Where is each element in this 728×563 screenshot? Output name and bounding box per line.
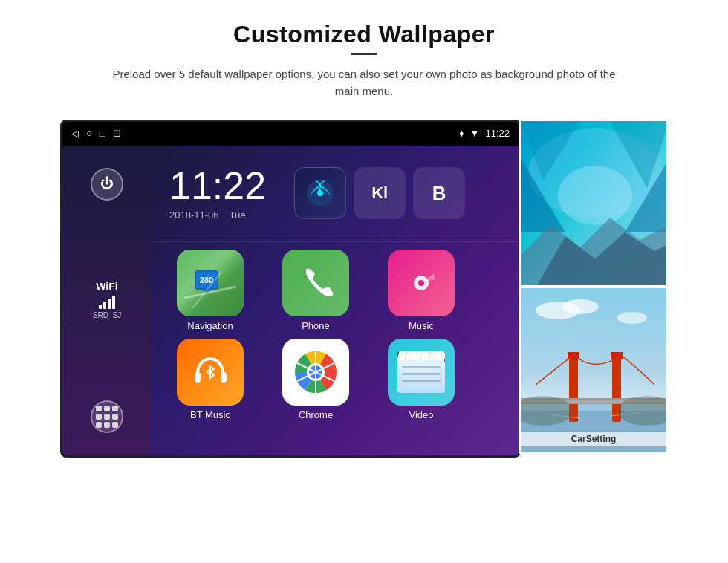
app-item-chrome[interactable]: Chrome xyxy=(267,339,364,420)
wifi-bar-4 xyxy=(112,296,115,309)
top-info-row: 11:22 2018-11-06 Tue xyxy=(152,146,519,242)
location-icon: ♦ xyxy=(459,128,464,139)
top-app-icons: Kl B xyxy=(284,146,475,241)
apps-grid-icon xyxy=(96,406,118,428)
app-item-phone[interactable]: Phone xyxy=(267,250,364,331)
page-subtitle: Preload over 5 default wallpaper options… xyxy=(111,65,617,100)
clock-date-value: 2018-11-06 xyxy=(169,209,219,221)
main-area: 11:22 2018-11-06 Tue xyxy=(152,146,519,455)
apps-rows: 280 Navigation xyxy=(152,242,519,455)
status-bar-right: ♦ ▼ 11:22 xyxy=(459,128,510,139)
b-label: B xyxy=(432,182,446,205)
navigation-icon-box: 280 xyxy=(177,250,244,316)
back-icon[interactable]: ◁ xyxy=(71,128,79,139)
navigation-label: Navigation xyxy=(187,320,233,331)
video-label: Video xyxy=(409,409,433,420)
status-bar-left: ◁ ○ □ ⊡ xyxy=(71,128,121,139)
wifi-app-icon[interactable] xyxy=(294,167,346,219)
wifi-bar-3 xyxy=(108,299,111,309)
title-divider xyxy=(351,53,377,55)
phone-label: Phone xyxy=(302,320,330,331)
ki-app-icon[interactable]: Kl xyxy=(354,167,406,219)
wifi-bar-2 xyxy=(103,302,106,309)
wifi-ssid: SRD_SJ xyxy=(93,311,121,319)
device-frame: ◁ ○ □ ⊡ ♦ ▼ 11:22 ⏻ xyxy=(60,120,521,458)
navigation-map-svg: 280 xyxy=(184,257,236,309)
apps-row-1: 280 Navigation xyxy=(162,250,508,331)
svg-point-28 xyxy=(558,166,632,225)
music-label: Music xyxy=(409,320,434,331)
phone-icon-box xyxy=(282,250,349,316)
music-svg xyxy=(403,264,440,302)
power-icon: ⏻ xyxy=(100,176,114,192)
content-row: ◁ ○ □ ⊡ ♦ ▼ 11:22 ⏻ xyxy=(0,120,728,458)
screen-body: ⏻ WiFi SRD_SJ xyxy=(62,146,519,455)
clock-time: 11:22 xyxy=(169,166,266,205)
status-bar: ◁ ○ □ ⊡ ♦ ▼ 11:22 xyxy=(62,122,519,146)
phone-svg xyxy=(297,264,334,302)
ki-label: Kl xyxy=(371,183,388,203)
power-button[interactable]: ⏻ xyxy=(91,168,123,201)
wifi-bars xyxy=(99,296,115,309)
clock-day: Tue xyxy=(230,209,246,221)
device-sidebar: ⏻ WiFi SRD_SJ xyxy=(62,146,152,455)
svg-rect-14 xyxy=(195,372,201,383)
wifi-label: WiFi xyxy=(96,281,117,293)
svg-rect-15 xyxy=(221,372,227,383)
wallpapers-column: CarSetting xyxy=(519,120,668,454)
app-item-music[interactable]: Music xyxy=(373,250,469,331)
chrome-svg xyxy=(293,350,338,394)
btmusic-svg xyxy=(190,351,231,392)
apps-row-2: BT Music xyxy=(162,339,508,420)
carsetting-label: CarSetting xyxy=(521,432,666,446)
home-icon[interactable]: ○ xyxy=(86,128,92,139)
app-item-video[interactable]: Video xyxy=(373,339,469,420)
wifi-widget[interactable]: WiFi SRD_SJ xyxy=(93,281,121,319)
clapperboard-icon xyxy=(397,351,445,393)
svg-point-33 xyxy=(562,299,599,314)
wifi-signal-svg xyxy=(305,178,335,208)
svg-point-34 xyxy=(617,312,647,324)
clock-date: 2018-11-06 Tue xyxy=(169,209,266,221)
b-app-icon[interactable]: B xyxy=(413,167,465,219)
svg-text:280: 280 xyxy=(200,276,213,284)
btmusic-icon-box xyxy=(177,339,244,406)
screenshot-icon[interactable]: ⊡ xyxy=(113,128,121,139)
app-item-navigation[interactable]: 280 Navigation xyxy=(162,250,259,331)
apps-drawer-button[interactable] xyxy=(91,400,123,433)
status-time: 11:22 xyxy=(485,128,510,139)
recent-icon[interactable]: □ xyxy=(100,128,105,139)
page-container: Customized Wallpaper Preload over 5 defa… xyxy=(0,0,728,563)
wifi-bar-1 xyxy=(99,305,102,309)
btmusic-label: BT Music xyxy=(190,409,230,420)
chrome-icon-box xyxy=(282,339,349,406)
wallpaper-ice[interactable] xyxy=(519,120,668,287)
clock-section: 11:22 2018-11-06 Tue xyxy=(152,146,284,241)
bridge-svg xyxy=(521,288,668,454)
ice-cave-svg xyxy=(521,121,668,287)
page-title: Customized Wallpaper xyxy=(233,21,495,48)
app-item-btmusic[interactable]: BT Music xyxy=(162,339,259,420)
music-icon-box xyxy=(388,250,455,316)
chrome-label: Chrome xyxy=(299,409,333,420)
video-icon-box xyxy=(388,339,455,406)
wifi-icon: ▼ xyxy=(470,128,480,139)
wallpaper-bridge[interactable]: CarSetting xyxy=(519,287,668,454)
